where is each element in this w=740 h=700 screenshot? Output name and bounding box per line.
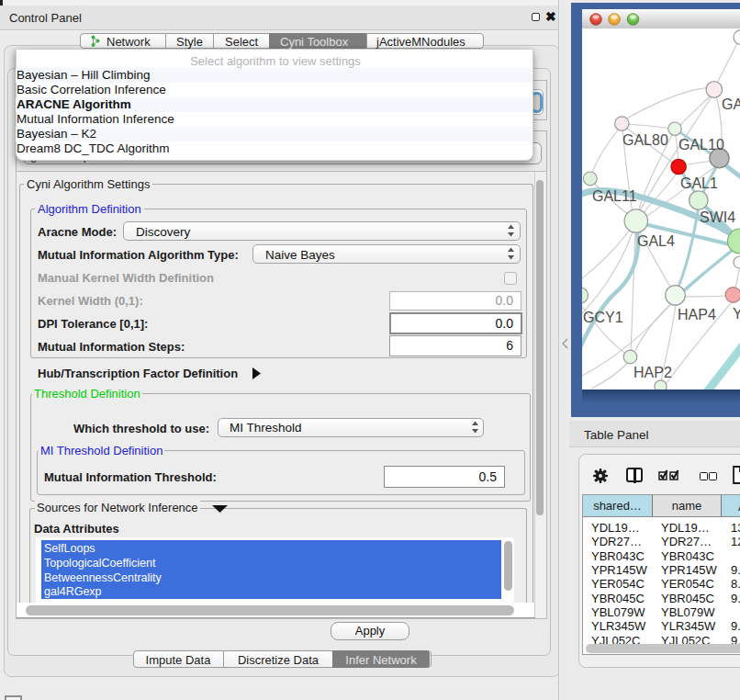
svg-text:GAL10: GAL10 bbox=[678, 137, 724, 152]
svg-text:GCY1: GCY1 bbox=[583, 310, 623, 325]
svg-text:YBR: YBR bbox=[733, 306, 740, 322]
svg-text:GAL11: GAL11 bbox=[592, 188, 637, 204]
svg-text:GAL2: GAL2 bbox=[722, 96, 740, 112]
svg-text:HAP4: HAP4 bbox=[678, 307, 716, 322]
svg-text:GAL4: GAL4 bbox=[637, 233, 675, 249]
svg-text:HAP2: HAP2 bbox=[633, 365, 672, 380]
svg-text:GAL80: GAL80 bbox=[622, 132, 668, 148]
svg-text:SWI4: SWI4 bbox=[700, 209, 735, 225]
svg-text:GAL1: GAL1 bbox=[680, 175, 718, 191]
